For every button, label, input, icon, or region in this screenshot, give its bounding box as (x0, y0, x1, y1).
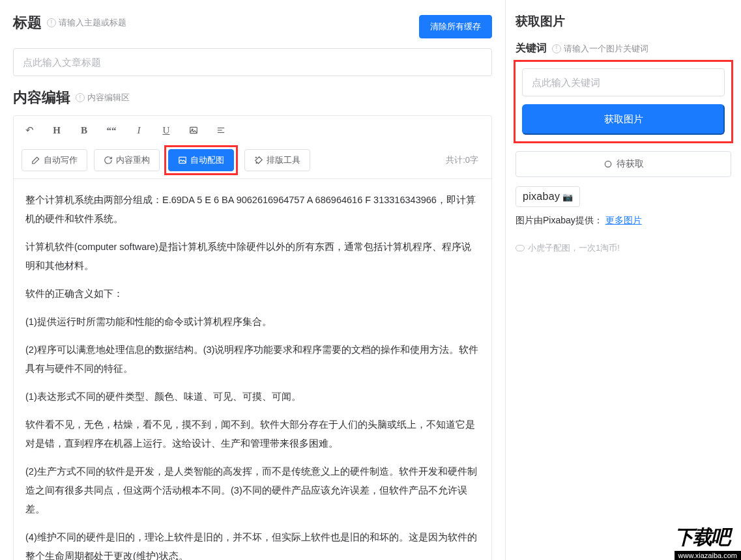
title-section-label: 标题 (13, 13, 42, 33)
picture-icon (178, 156, 187, 165)
keyword-input[interactable] (522, 68, 725, 96)
content-paragraph: (2)程序可以满意地处理信息的数据结构。(3)说明程序功能要求和程序需要的文档的… (25, 341, 480, 378)
camera-icon: 📷 (560, 192, 573, 202)
auto-image-highlight: 自动配图 (164, 145, 238, 175)
title-header-row: 标题 ! 请输入主题或标题 清除所有缓存 (13, 13, 492, 40)
info-icon: ! (47, 18, 56, 27)
more-images-link[interactable]: 更多图片 (605, 215, 642, 225)
keyword-hint: ! 请输入一个图片关键词 (552, 43, 648, 55)
watermark: 下载吧 www.xiazaiba.com (675, 524, 741, 560)
content-section-label: 内容编辑 (13, 88, 70, 107)
keyword-highlight-panel: 获取图片 (514, 60, 733, 143)
content-header-row: 内容编辑 ! 内容编辑区 (13, 88, 492, 107)
refresh-icon (104, 156, 113, 165)
quote-icon[interactable]: ““ (104, 122, 119, 138)
article-title-input[interactable] (13, 48, 492, 76)
keyword-label: 关键词 (516, 42, 547, 55)
fetch-status: 待获取 (516, 151, 731, 177)
auto-image-button[interactable]: 自动配图 (168, 149, 234, 171)
undo-icon[interactable]: ↶ (22, 122, 37, 138)
info-icon: ! (76, 93, 85, 102)
heading-icon[interactable]: H (49, 122, 65, 138)
editor-content[interactable]: 整个计算机系统由两部分组成：E.69DA 5 E 6 BA 9062616964… (14, 179, 491, 560)
fetch-image-button[interactable]: 获取图片 (522, 104, 725, 135)
content-paragraph: 软件的正确含义如下： (25, 285, 480, 303)
content-section-hint: ! 内容编辑区 (76, 92, 130, 104)
image-credit: 图片由Pixabay提供： 更多图片 (516, 215, 731, 227)
content-paragraph: 软件看不见，无色，枯燥，看不见，摸不到，闻不到。软件大部分存在于人们的头脑或纸上… (25, 415, 480, 453)
restructure-button[interactable]: 内容重构 (94, 149, 160, 171)
cloud-icon (516, 245, 525, 251)
content-paragraph: (2)生产方式不同的软件是开发，是人类智能的高发挥，而不是传统意义上的硬件制造。… (25, 462, 480, 519)
sidebar-title: 获取图片 (516, 13, 731, 30)
tao-credit-line: 小虎子配图，一次1淘币! (516, 242, 731, 254)
wand-icon (254, 156, 263, 165)
content-paragraph: 整个计算机系统由两部分组成：E.69DA 5 E 6 BA 9062616964… (25, 191, 480, 229)
content-paragraph: 计算机软件(computer software)是指计算机系统中除硬件以外的所有… (25, 238, 480, 275)
title-section-hint: ! 请输入主题或标题 (47, 17, 126, 29)
content-paragraph: (1)表达形式不同的硬件类型、颜色、味道、可见、可摸、可闻。 (25, 387, 480, 406)
align-left-icon[interactable] (213, 122, 229, 138)
clear-cache-button[interactable]: 清除所有缓存 (419, 15, 492, 38)
italic-icon[interactable]: I (131, 122, 147, 138)
circle-icon (603, 160, 613, 169)
image-icon[interactable] (186, 122, 201, 138)
pen-icon (31, 156, 40, 165)
svg-point-6 (605, 161, 611, 167)
content-paragraph: (1)提供运行时所需功能和性能的命令或计算机程序集合。 (25, 313, 480, 331)
info-icon: ! (552, 44, 561, 53)
editor-wrapper: ↶ H B ““ I U 自动写作 内 (13, 115, 492, 560)
word-count: 共计:0字 (446, 154, 484, 166)
pixabay-badge: pixabay 📷 (516, 186, 580, 207)
layout-tool-button[interactable]: 排版工具 (244, 149, 310, 171)
content-paragraph: (4)维护不同的硬件是旧的，理论上软件是旧的，并不坏，但实际上软件也是旧的和坏的… (25, 528, 480, 560)
auto-write-button[interactable]: 自动写作 (22, 149, 87, 171)
editor-toolbar: ↶ H B ““ I U 自动写作 内 (14, 116, 491, 179)
underline-icon[interactable]: U (158, 122, 174, 138)
bold-icon[interactable]: B (76, 122, 92, 138)
